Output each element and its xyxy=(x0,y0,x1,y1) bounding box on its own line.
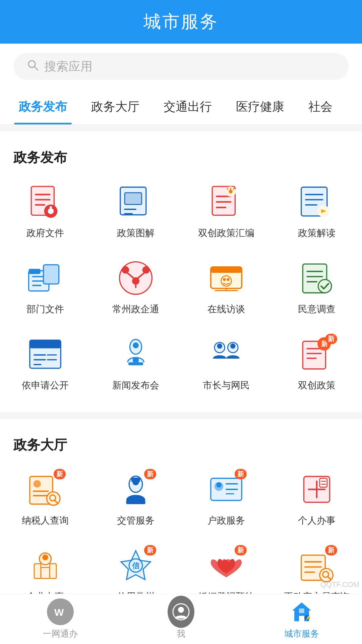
tab-zhengwu-dating[interactable]: 政务大厅 xyxy=(79,89,152,124)
svg-rect-34 xyxy=(44,265,59,284)
svg-line-1 xyxy=(35,67,38,70)
search-placeholder: 搜索应用 xyxy=(44,58,93,75)
search-bar-section: 搜索应用 xyxy=(0,44,362,89)
svg-rect-143 xyxy=(300,616,304,621)
item-geren-banshi[interactable]: 个人办事 xyxy=(272,461,362,537)
icon-bumen-wenjian xyxy=(27,260,64,297)
svg-point-7 xyxy=(48,208,54,214)
nav-yiwang-tongban[interactable]: W 一网通办 xyxy=(0,598,121,640)
item-jiaoguan-fuwu[interactable]: 新 交管服务 xyxy=(90,461,181,537)
svg-point-99 xyxy=(42,554,48,560)
svg-rect-64 xyxy=(133,357,139,362)
header-title: 城市服务 xyxy=(143,10,219,34)
icon-xinwen-fabuhui xyxy=(117,336,154,373)
label-changzhou-zhengqitong: 常州政企通 xyxy=(112,303,159,316)
svg-point-53 xyxy=(318,280,331,293)
nav-label-chengshi: 城市服务 xyxy=(284,628,319,640)
svg-rect-10 xyxy=(125,193,142,205)
badge-huzheng: 新 xyxy=(235,469,247,479)
label-minyi-diaocha: 民意调查 xyxy=(298,303,336,316)
nav-icon-wo xyxy=(168,598,194,625)
label-bumen-wenjian: 部门文件 xyxy=(26,303,64,316)
watermark: QQTF.COM xyxy=(318,579,362,590)
tab-zhengwu-fabu[interactable]: 政务发布 xyxy=(7,89,79,124)
svg-rect-85 xyxy=(126,500,145,504)
svg-point-76 xyxy=(34,480,41,487)
search-icon xyxy=(27,59,39,74)
item-zhengce-jiedu[interactable]: 政策解读 xyxy=(272,173,362,250)
section-title-zhengwu-fabu: 政务发布 xyxy=(0,138,362,170)
bottom-nav: W 一网通办 我 🔑 xyxy=(0,594,362,644)
label-shuangchuang-huibian: 双创政策汇编 xyxy=(198,226,254,239)
svg-rect-144 xyxy=(299,608,304,613)
tab-she[interactable]: 社会 xyxy=(296,89,345,124)
item-xinwen-fabuhui[interactable]: 新闻发布会 xyxy=(90,326,181,402)
icon-nashui-chaxun: 新 xyxy=(27,471,64,508)
badge-xinyong: 新 xyxy=(144,545,156,555)
svg-rect-100 xyxy=(41,567,50,578)
item-yishenqing-gongkai[interactable]: 依申请公开 xyxy=(0,326,90,402)
item-zaixian-fantan[interactable]: 在线访谈 xyxy=(181,250,272,326)
nav-icon-chengshi: 🔑 xyxy=(288,598,315,625)
svg-point-88 xyxy=(216,482,221,487)
svg-rect-55 xyxy=(30,340,61,348)
icon-zhengce-tujie xyxy=(117,183,154,220)
svg-point-45 xyxy=(223,278,226,281)
search-bar[interactable]: 搜索应用 xyxy=(13,53,349,80)
icon-shizhang-wangmin xyxy=(208,336,245,373)
badge-jiaoguan: 新 xyxy=(144,469,156,479)
label-shizhang-wangmin: 市长与网民 xyxy=(203,379,250,392)
label-zaixian-fantan: 在线访谈 xyxy=(207,303,245,316)
badge-hunyin: 新 xyxy=(235,545,247,555)
tab-jiaotong[interactable]: 交通出行 xyxy=(152,89,224,124)
svg-point-68 xyxy=(230,343,235,348)
svg-text:W: W xyxy=(54,607,64,618)
icon-xinyong-changzhou: 信 新 xyxy=(117,547,154,584)
item-shuangchuang-zhengce[interactable]: 新 新 双创政策 xyxy=(272,326,362,402)
item-changzhou-zhengqitong[interactable]: 常州政企通 xyxy=(90,250,181,326)
icon-huzheng-fuwu: 新 xyxy=(208,471,245,508)
icon-jiaoguan-fuwu: 新 xyxy=(117,471,154,508)
label-zhengce-tujie: 政策图解 xyxy=(117,226,155,239)
section-title-zhengwu-dating: 政务大厅 xyxy=(0,426,362,458)
label-huzheng-fuwu: 户政服务 xyxy=(207,514,245,527)
item-huzheng-fuwu[interactable]: 新 户政服务 xyxy=(181,461,272,537)
icon-qiye-banshi xyxy=(27,547,64,584)
item-nashui-chaxun[interactable]: 新 纳税人查询 xyxy=(0,461,90,537)
nav-wo[interactable]: 我 xyxy=(121,598,241,640)
content-area: 政务发布 政府文件 xyxy=(0,125,362,644)
svg-rect-43 xyxy=(211,267,242,273)
label-nashui-chaxun: 纳税人查询 xyxy=(22,514,69,527)
item-zhengfu-wenjian[interactable]: 政府文件 xyxy=(0,173,90,250)
svg-text:🔑: 🔑 xyxy=(306,616,310,621)
icon-shuangchuang-zhengce: 新 新 xyxy=(298,336,335,373)
icon-geren-banshi xyxy=(298,471,335,508)
app-header: 城市服务 xyxy=(0,0,362,44)
section-zhengwu-fabu: 政务发布 政府文件 xyxy=(0,131,362,412)
svg-rect-8 xyxy=(50,206,52,209)
svg-point-39 xyxy=(142,266,150,274)
icon-zhengfu-wenjian xyxy=(27,183,64,220)
label-jiaoguan-fuwu: 交管服务 xyxy=(117,514,155,527)
svg-point-62 xyxy=(133,342,139,348)
svg-point-20 xyxy=(229,190,233,194)
item-shuangchuang-huibian[interactable]: 双创政策汇编 xyxy=(181,173,272,250)
item-bumen-wenjian[interactable]: 部门文件 xyxy=(0,250,90,326)
svg-rect-63 xyxy=(128,363,143,366)
label-xinwen-fabuhui: 新闻发布会 xyxy=(112,379,159,392)
svg-rect-95 xyxy=(320,478,327,487)
nav-label-wo: 我 xyxy=(177,628,185,640)
item-zhengce-tujie[interactable]: 政策图解 xyxy=(90,173,181,250)
nav-chengshi-fuwu[interactable]: 🔑 城市服务 xyxy=(241,598,362,640)
item-minyi-diaocha[interactable]: 民意调查 xyxy=(272,250,362,326)
icon-changzhou-zhengqitong xyxy=(117,260,154,297)
tab-yiliao[interactable]: 医疗健康 xyxy=(224,89,296,124)
item-shizhang-wangmin[interactable]: 市长与网民 xyxy=(181,326,272,402)
grid-zhengwu-fabu: 政府文件 政策图解 xyxy=(0,170,362,406)
label-zhengfu-wenjian: 政府文件 xyxy=(26,226,64,239)
tabs-bar: 政务发布 政务大厅 交通出行 医疗健康 社会 xyxy=(0,89,362,125)
badge-budongchan: 新 xyxy=(325,545,337,555)
icon-shuangchuang-huibian xyxy=(208,183,245,220)
svg-rect-102 xyxy=(50,564,56,578)
svg-point-142 xyxy=(178,607,184,613)
